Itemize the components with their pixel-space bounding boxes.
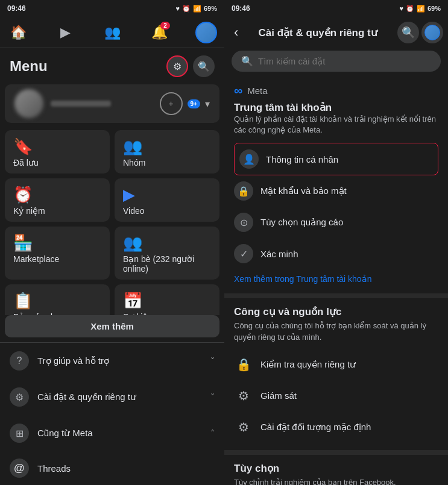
help-support-item[interactable]: ? Trợ giúp và hỗ trợ ˅: [0, 343, 224, 379]
right-profile-button[interactable]: [421, 22, 443, 43]
personal-info-label: Thông tin cá nhân: [266, 154, 338, 164]
verify-item[interactable]: ✓ Xác minh: [234, 238, 438, 269]
tools-desc: Công cụ của chúng tôi hỗ trợ bạn kiểm so…: [234, 321, 438, 342]
marketplace-label: Marketplace: [13, 254, 101, 264]
monitor-item[interactable]: ⚙ Giám sát: [234, 380, 438, 411]
alarm-icon: ⏰: [182, 5, 191, 13]
privacy-check-item[interactable]: 🔒 Kiểm tra quyền riêng tư: [234, 349, 438, 380]
account-center-title: Trung tâm tài khoản: [234, 101, 438, 114]
right-status-icons: ♥ ⏰ 📶 69%: [399, 5, 441, 13]
threads-label: Threads: [37, 463, 71, 474]
right-alarm-icon: ⏰: [406, 5, 414, 13]
nav-video[interactable]: ▶: [52, 19, 78, 46]
monitor-label: Giám sát: [260, 390, 297, 401]
left-time: 09:46: [7, 4, 26, 13]
password-label: Mật khẩu và bảo mật: [260, 186, 347, 196]
account-center-section: ∞ Meta Trung tâm tài khoản Quản lý phần …: [224, 77, 448, 298]
saved-label: Đã lưu: [13, 158, 101, 167]
see-more-button[interactable]: Xem thêm: [5, 315, 219, 337]
video-label: Video: [123, 206, 211, 216]
left-status-icons: ♥ ⏰ 📶 69%: [175, 5, 217, 13]
menu-item-marketplace[interactable]: 🏪 Marketplace: [5, 227, 110, 280]
account-settings-list: 👤 Thông tin cá nhân 🔒 Mật khẩu và bảo mậ…: [234, 143, 438, 269]
menu-grid: 🔖 Đã lưu 👥 Nhóm ⏰ Kỷ niệm ▶ Video 🏪 Mark…: [0, 125, 224, 315]
right-status-bar: 09:46 ♥ ⏰ 📶 69%: [224, 0, 448, 17]
menu-item-feed[interactable]: 📋 Bảng feed: [5, 284, 110, 315]
right-battery-icon: 69%: [427, 5, 441, 12]
ads-icon: ⊙: [234, 213, 253, 232]
profile-right: + 9+ ▾: [160, 92, 210, 115]
menu-item-groups[interactable]: 👥 Nhóm: [115, 130, 219, 174]
tools-section: Công cụ và nguồn lực Công cụ của chúng t…: [224, 298, 448, 454]
settings-search-input[interactable]: [258, 56, 431, 66]
menu-actions: ⚙ 🔍: [166, 55, 215, 77]
feed-icon: 📋: [13, 293, 101, 308]
verify-icon: ✓: [234, 244, 253, 263]
settings-button[interactable]: ⚙: [166, 55, 188, 77]
help-chevron-icon: ˅: [210, 356, 215, 366]
profile-row[interactable]: + 9+ ▾: [5, 84, 219, 123]
threads-item[interactable]: @ Threads: [0, 451, 224, 485]
default-audience-item[interactable]: ⚙ Cài đặt đối tượng mặc định: [234, 411, 438, 443]
friends-label: Bạn bè (232 người online): [123, 254, 211, 274]
menu-item-saved[interactable]: 🔖 Đã lưu: [5, 130, 110, 174]
meta-chevron-icon: ˄: [210, 428, 215, 438]
right-top-bar: ‹ Cài đặt & quyền riêng tư 🔍: [224, 17, 448, 48]
privacy-check-icon: 🔒: [234, 355, 253, 374]
page-title: Cài đặt & quyền riêng tư: [248, 27, 388, 39]
nav-notifications[interactable]: 🔔 2: [146, 19, 172, 46]
privacy-check-label: Kiểm tra quyền riêng tư: [260, 359, 356, 370]
threads-icon: @: [10, 458, 29, 478]
menu-item-memories[interactable]: ⏰ Kỷ niệm: [5, 178, 110, 222]
meta-products-item[interactable]: ⊞ Cũng từ Meta ˄: [0, 415, 224, 451]
right-profile-avatar: [424, 25, 440, 40]
meta-grid-icon: ⊞: [10, 424, 29, 443]
menu-item-events[interactable]: 📅 Sự kiện: [115, 284, 219, 315]
verify-label: Xác minh: [260, 249, 298, 259]
profile-name-blurred: [51, 101, 111, 107]
heart-icon: ♥: [175, 5, 180, 12]
menu-item-video[interactable]: ▶ Video: [115, 178, 219, 222]
meta-left: ⊞ Cũng từ Meta: [10, 424, 93, 443]
default-audience-label: Cài đặt đối tượng mặc định: [260, 422, 371, 433]
right-top-actions: 🔍: [397, 22, 443, 43]
password-security-item[interactable]: 🔒 Mật khẩu và bảo mật: [234, 175, 438, 207]
tools-title: Công cụ và nguồn lực: [234, 305, 438, 318]
profile-avatar: [195, 22, 217, 43]
menu-item-friends[interactable]: 👥 Bạn bè (232 người online): [115, 227, 219, 280]
ads-options-item[interactable]: ⊙ Tùy chọn quảng cáo: [234, 207, 438, 238]
battery-icon: 69%: [204, 5, 217, 12]
settings-label: Cài đặt & quyền riêng tư: [37, 392, 136, 402]
wifi-icon: 📶: [193, 5, 201, 13]
meta-label: Cũng từ Meta: [37, 428, 93, 439]
story-ring: +: [160, 92, 183, 115]
back-button[interactable]: ‹: [229, 22, 243, 43]
top-navigation: 🏠 ▶ 👥 🔔 2: [0, 17, 224, 48]
settings-icon: ⚙: [10, 387, 29, 407]
saved-icon: 🔖: [13, 139, 101, 154]
help-label: Trợ giúp và hỗ trợ: [37, 355, 109, 366]
memories-label: Kỷ niệm: [13, 206, 101, 216]
profile-badge: 9+: [188, 99, 200, 108]
personal-info-item[interactable]: 👤 Thông tin cá nhân: [234, 143, 438, 175]
nav-home[interactable]: 🏠: [5, 19, 31, 46]
nav-people[interactable]: 👥: [99, 19, 125, 46]
help-icon: ?: [10, 351, 29, 371]
video-icon: ▶: [123, 187, 211, 202]
monitor-icon: ⚙: [234, 386, 253, 405]
personal-info-icon: 👤: [239, 149, 259, 169]
see-more-account-center[interactable]: Xem thêm trong Trung tâm tài khoản: [234, 269, 438, 286]
options-section: Tùy chọn Tùy chỉnh trải nghiệm của bạn t…: [224, 455, 448, 485]
settings-privacy-item[interactable]: ⚙ Cài đặt & quyền riêng tư ˅: [0, 379, 224, 415]
right-search-button[interactable]: 🔍: [397, 22, 419, 43]
bottom-sections: ? Trợ giúp và hỗ trợ ˅ ⚙ Cài đặt & quyền…: [0, 342, 224, 485]
left-panel: 09:46 ♥ ⏰ 📶 69% 🏠 ▶ 👥 🔔 2 Menu ⚙ 🔍: [0, 0, 224, 485]
friends-icon: 👥: [123, 235, 211, 251]
menu-title: Menu: [10, 58, 48, 75]
account-center-desc: Quản lý phần cài đặt tài khoản và trải n…: [234, 114, 438, 136]
right-wifi-icon: 📶: [417, 5, 425, 13]
right-time: 09:46: [232, 4, 250, 13]
search-button[interactable]: 🔍: [193, 55, 215, 77]
settings-search-box[interactable]: 🔍: [232, 51, 441, 72]
nav-profile[interactable]: [193, 19, 219, 46]
